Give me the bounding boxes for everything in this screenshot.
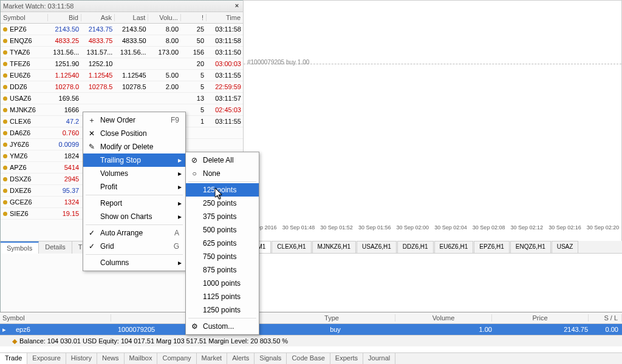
menu-auto-arrange[interactable]: ✓Auto ArrangeA	[83, 226, 185, 240]
menu-report[interactable]: Report▸	[83, 197, 185, 210]
time-tick: 30 Sep 01:56	[358, 224, 391, 237]
time: 03:11:58	[207, 25, 244, 33]
symbol-dot-icon	[3, 166, 7, 170]
pos-volume: 1.00	[398, 326, 494, 333]
terminal-tab-journal[interactable]: Journal	[363, 353, 395, 364]
tab-details[interactable]: Details	[39, 241, 72, 254]
symbol-dot-icon	[3, 27, 7, 32]
terminal-tab-news[interactable]: News	[97, 353, 125, 364]
market-watch-row[interactable]: TFEZ61251.901252.102003:00:03	[1, 58, 244, 70]
ask: 4833.75	[81, 37, 115, 44]
trailing-stop-submenu[interactable]: ⊘Delete All○None125 points250 points375 …	[185, 152, 259, 335]
col-symbol[interactable]: Symbol	[1, 14, 48, 21]
terminal-tab-code base[interactable]: Code Base	[287, 353, 330, 364]
submenu-1125-points[interactable]: 1125 points	[186, 290, 259, 303]
menu-trailing-stop[interactable]: Trailing Stop▸	[83, 153, 185, 167]
bid: 10278.0	[48, 83, 81, 90]
menu-label: Modify or Delete	[100, 143, 153, 151]
market-watch-row[interactable]: EPZ62143.502143.752143.508.002503:11:58	[1, 24, 244, 35]
submenu-625-points[interactable]: 625 points	[186, 237, 259, 250]
time: 03:00:03	[207, 60, 244, 67]
terminal-tab-company[interactable]: Company	[157, 353, 196, 364]
menu-show-on-charts[interactable]: Show on Charts▸	[83, 210, 185, 223]
th-price[interactable]: Price	[492, 314, 589, 322]
submenu-arrow-icon: ▸	[178, 156, 182, 164]
submenu-750-points[interactable]: 750 points	[186, 250, 259, 263]
col-time[interactable]: Time	[207, 14, 244, 21]
th-volume[interactable]: Volume	[395, 314, 492, 322]
symbol-dot-icon	[3, 131, 7, 135]
market-watch-row[interactable]: ENQZ64833.254833.754833.508.005003:11:58	[1, 35, 244, 47]
tab-symbols[interactable]: Symbols	[1, 241, 39, 254]
close-icon[interactable]: ×	[233, 2, 241, 10]
submenu-250-points[interactable]: 250 points	[186, 197, 259, 210]
terminal-tab-mailbox[interactable]: Mailbox	[125, 353, 158, 364]
chart-tab[interactable]: USAZ	[552, 241, 579, 253]
menu-close-position[interactable]: ✕Close Position	[83, 127, 185, 140]
ask: 131.57...	[81, 49, 115, 56]
submenu-1250-points[interactable]: 1250 points	[186, 303, 259, 317]
menu-new-order[interactable]: ＋New OrderF9	[83, 113, 185, 127]
ask: 2143.75	[81, 25, 115, 33]
chart-tab[interactable]: EPZ6,H1	[474, 241, 510, 253]
submenu-375-points[interactable]: 375 points	[186, 210, 259, 223]
col-last[interactable]: Last	[115, 14, 148, 21]
terminal-position-row[interactable]: ▸ epz6 1000079205 buy 1.00 2143.75 0.00	[0, 324, 622, 335]
symbol-dot-icon	[3, 96, 7, 101]
terminal-panel: Symbol Type Volume Price S / L ▸ epz6 10…	[0, 312, 622, 354]
submenu-arrow-icon: ▸	[178, 169, 182, 178]
menu-profit[interactable]: Profit▸	[83, 180, 185, 194]
chart-tab[interactable]: EU6Z6,H1	[434, 241, 474, 253]
context-menu[interactable]: ＋New OrderF9✕Close Position✎Modify or De…	[83, 112, 186, 271]
col-volume[interactable]: Volu...	[148, 14, 180, 21]
terminal-tab-alerts[interactable]: Alerts	[227, 353, 255, 364]
chart-tab[interactable]: CLEX6,H1	[272, 241, 311, 253]
chart-tab[interactable]: DDZ6,H1	[397, 241, 434, 253]
terminal-tab-signals[interactable]: Signals	[255, 353, 287, 364]
chart-tab[interactable]: USAZ6,H1	[357, 241, 397, 253]
menu-modify-or-delete[interactable]: ✎Modify or Delete	[83, 140, 185, 153]
chart-area[interactable]: #1000079205 buy 1.00	[243, 0, 622, 241]
submenu-875-points[interactable]: 875 points	[186, 263, 259, 277]
chart-time-axis: 30 Sep 201630 Sep 01:4830 Sep 01:5230 Se…	[243, 224, 622, 237]
submenu-custom-[interactable]: ⚙Custom...	[186, 320, 259, 333]
symbol-name: DDZ6	[10, 83, 27, 90]
col-ask[interactable]: Ask	[81, 14, 115, 21]
bid: 47.2	[48, 118, 81, 125]
status-balance-icon: ◆	[12, 337, 17, 345]
menu-label: 1000 points	[203, 279, 241, 288]
terminal-tab-experts[interactable]: Experts	[330, 353, 363, 364]
menu-volumes[interactable]: Volumes▸	[83, 167, 185, 180]
col-bid[interactable]: Bid	[48, 14, 81, 21]
terminal-tab-trade[interactable]: Trade	[0, 353, 27, 364]
submenu-125-points[interactable]: 125 points	[186, 183, 259, 197]
market-watch-row[interactable]: TYAZ6131.56...131.57...131.56...173.0015…	[1, 47, 244, 58]
time: 03:11:58	[207, 37, 244, 44]
menu-columns[interactable]: Columns▸	[83, 256, 185, 269]
th-symbol[interactable]: Symbol	[0, 314, 111, 322]
market-watch-row[interactable]: EU6Z61.125401.125451.125455.00503:11:55	[1, 70, 244, 81]
last: 10278.5	[115, 83, 148, 90]
submenu-500-points[interactable]: 500 points	[186, 223, 259, 237]
th-sl[interactable]: S / L	[589, 314, 622, 322]
market-watch-row[interactable]: DDZ610278.010278.510278.52.00522:59:59	[1, 81, 244, 93]
symbol-name: DXEZ6	[10, 187, 31, 194]
menu-label: Columns	[100, 258, 129, 267]
terminal-tab-history[interactable]: History	[66, 353, 97, 364]
submenu-delete-all[interactable]: ⊘Delete All	[186, 153, 259, 167]
chart-tab[interactable]: ENQZ6,H1	[510, 241, 551, 253]
submenu-1000-points[interactable]: 1000 points	[186, 277, 259, 290]
int: 50	[181, 37, 207, 44]
chart-tab[interactable]: MJNKZ6,H1	[312, 241, 356, 253]
col-interest[interactable]: !	[181, 14, 207, 21]
menu-icon: ✎	[87, 143, 97, 151]
menu-label: 875 points	[203, 266, 236, 274]
market-watch-row[interactable]: USAZ6169.561303:11:57	[1, 93, 244, 104]
terminal-tab-market[interactable]: Market	[197, 353, 228, 364]
time-tick: 30 Sep 02:20	[587, 224, 620, 237]
th-type[interactable]: Type	[268, 314, 395, 322]
terminal-tab-exposure[interactable]: Exposure	[27, 353, 66, 364]
menu-grid[interactable]: ✓GridG	[83, 240, 185, 253]
symbol-name: USAZ6	[10, 95, 31, 102]
submenu-none[interactable]: ○None	[186, 167, 259, 180]
